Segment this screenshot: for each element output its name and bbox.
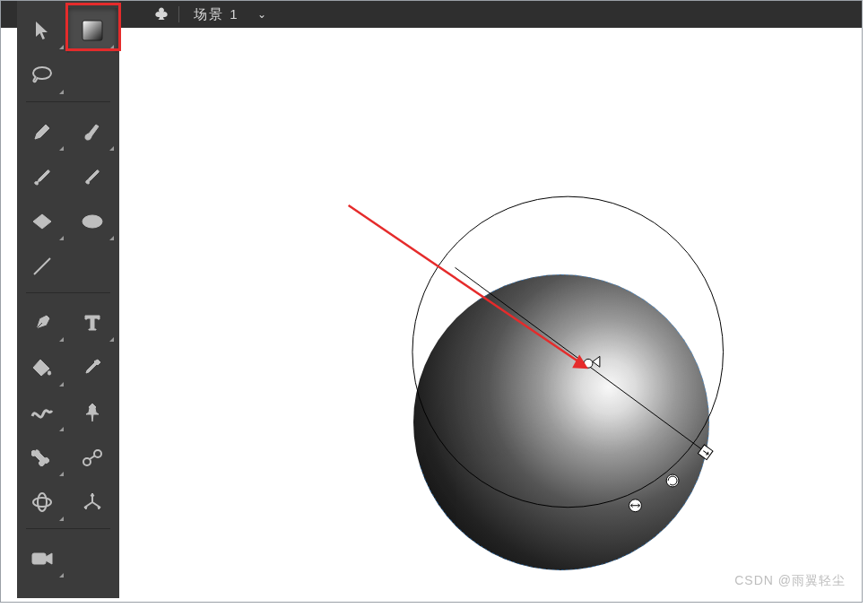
empty-cell [67, 53, 117, 98]
tool-separator [26, 528, 110, 529]
scene-label: 场景 1 [194, 6, 239, 23]
translate-3d-tool[interactable] [67, 480, 117, 525]
gradient-width-handle[interactable] [629, 499, 642, 512]
brush-tool[interactable] [17, 154, 67, 199]
gradient-end-handle[interactable] [698, 445, 713, 460]
svg-line-13 [349, 205, 581, 363]
camera-tool[interactable] [17, 536, 67, 581]
text-tool[interactable] [67, 300, 117, 345]
tool-separator [26, 292, 110, 293]
free-transform-icon [81, 19, 104, 42]
chevron-down-icon: ⌄ [257, 8, 266, 21]
selection-arrow-tool[interactable] [17, 8, 67, 53]
pencil-icon [32, 122, 52, 142]
scene-tab[interactable]: 场景 1 ⌄ [194, 6, 266, 23]
lasso-icon [30, 65, 54, 86]
translate-3d-icon [82, 491, 103, 513]
free-transform-tool[interactable] [67, 8, 117, 53]
watermark: CSDN @雨翼轻尘 [734, 573, 846, 589]
club-icon [153, 6, 169, 22]
paint-bucket-tool[interactable] [17, 345, 67, 390]
eyedropper-tool[interactable] [67, 345, 117, 390]
bind-icon [82, 447, 103, 467]
gradient-edit-overlay [135, 28, 862, 603]
oval-icon [81, 213, 104, 230]
line-icon [31, 256, 53, 277]
topbar-divider [178, 6, 179, 22]
asset-warp-tool[interactable] [17, 390, 67, 435]
svg-point-6 [33, 498, 51, 507]
line-tool[interactable] [17, 244, 67, 289]
brush-tool-2[interactable] [67, 154, 117, 199]
eraser-icon [31, 213, 53, 230]
bind-tool[interactable] [67, 435, 117, 480]
empty-cell [67, 536, 117, 581]
rotation-3d-icon [31, 491, 53, 513]
empty-cell [67, 244, 117, 289]
text-icon [83, 314, 101, 332]
camera-icon [31, 551, 53, 567]
canvas-area[interactable] [135, 28, 862, 602]
gradient-rotate-handle[interactable] [666, 474, 679, 487]
svg-point-7 [38, 493, 47, 511]
tool-panel [17, 1, 119, 598]
tool-separator [26, 101, 110, 102]
gradient-radius-circle[interactable] [412, 196, 724, 508]
svg-line-2 [34, 258, 50, 274]
eyedropper-icon [82, 358, 102, 378]
pin-icon [83, 403, 101, 422]
oval-tool[interactable] [67, 199, 117, 244]
selection-arrow-icon [33, 21, 51, 40]
svg-point-3 [83, 458, 91, 465]
eraser-tool[interactable] [17, 199, 67, 244]
topbar: 场景 1 ⌄ [1, 1, 862, 28]
brush-classic-icon [82, 121, 103, 143]
pen-tool[interactable] [17, 300, 67, 345]
pen-fluid-tool[interactable] [17, 109, 67, 154]
brush-classic-tool[interactable] [67, 109, 117, 154]
pin-tool[interactable] [67, 390, 117, 435]
lasso-tool[interactable] [17, 53, 67, 98]
rotation-3d-tool[interactable] [17, 480, 67, 525]
bone-tool[interactable] [17, 435, 67, 480]
svg-rect-8 [32, 553, 46, 564]
paint-bucket-icon [31, 358, 53, 378]
brush2-icon [82, 166, 103, 187]
svg-rect-0 [82, 21, 102, 40]
svg-point-1 [82, 215, 102, 228]
asset-warp-icon [30, 404, 54, 421]
brush-icon [31, 166, 53, 187]
pen-icon [32, 313, 52, 333]
bone-icon [31, 447, 53, 468]
svg-line-5 [90, 456, 95, 459]
annotation-arrow [349, 205, 588, 369]
